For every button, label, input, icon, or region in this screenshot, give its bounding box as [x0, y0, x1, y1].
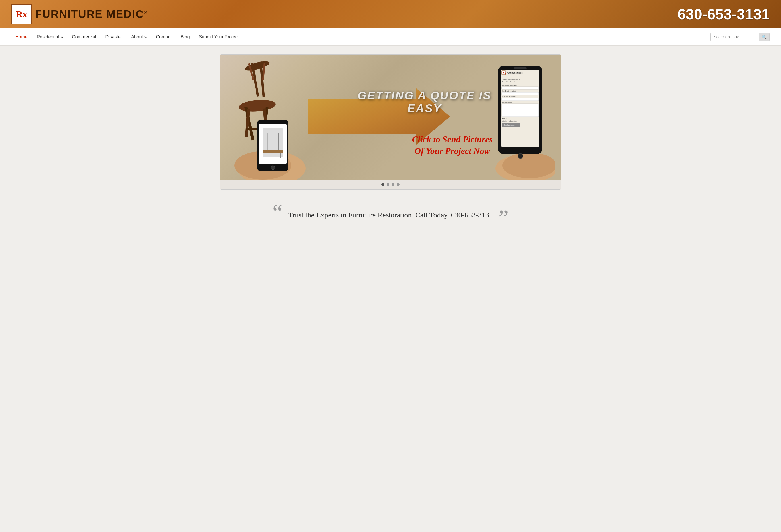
svg-text:Your Message: Your Message [502, 101, 511, 103]
svg-text:Rx: Rx [503, 72, 506, 75]
testimonial-text: Trust the Experts in Furniture Restorati… [288, 211, 493, 219]
svg-rect-21 [263, 150, 283, 153]
svg-point-22 [271, 166, 275, 170]
svg-rect-37 [502, 92, 539, 95]
search-input[interactable] [710, 33, 759, 41]
svg-text:Send a request: Send a request [504, 124, 515, 126]
nav-commercial[interactable]: Commercial [68, 32, 100, 42]
svg-text:Your Email (required): Your Email (required) [502, 90, 517, 92]
phone-right-hand: Rx FURNITURE MEDIC Contact Furniture Med… [487, 60, 561, 179]
hero-slider-section: GETTING A QUOTE IS EASY Click to Send Pi… [0, 46, 781, 198]
svg-text:Enter the symbols above: Enter the symbols above [502, 120, 517, 122]
quote-open: “ [272, 201, 283, 224]
slider-cta[interactable]: Click to Send Pictures Of Your Project N… [412, 134, 493, 157]
navigation: Home Residential » Commercial Disaster A… [0, 29, 781, 45]
brand-name: FURNITURE MEDIC® [35, 8, 148, 21]
svg-text:Contact Furniture Medic by: Contact Furniture Medic by [502, 79, 520, 80]
nav-disaster[interactable]: Disaster [101, 32, 126, 42]
svg-text:MasterCare Experts: MasterCare Experts [502, 81, 516, 83]
slider-container[interactable]: GETTING A QUOTE IS EASY Click to Send Pi… [220, 54, 561, 190]
dot-4[interactable] [397, 183, 400, 186]
dot-2[interactable] [386, 183, 389, 186]
trademark: ® [144, 10, 148, 15]
svg-text:ZIP Code (required): ZIP Code (required) [502, 96, 516, 97]
svg-rect-35 [502, 87, 539, 89]
dot-3[interactable] [392, 183, 395, 186]
site-header: Rx FURNITURE MEDIC® 630-653-3131 [0, 0, 781, 29]
svg-rect-41 [502, 104, 539, 117]
nav-about[interactable]: About » [127, 32, 151, 42]
svg-rect-27 [514, 67, 527, 69]
cta-line2: Of Your Project Now [412, 146, 493, 157]
header-phone[interactable]: 630-653-3131 [677, 6, 770, 23]
quote-close: ” [498, 207, 509, 229]
dot-1[interactable] [381, 183, 384, 186]
svg-text:FURNITURE MEDIC: FURNITURE MEDIC [507, 72, 523, 74]
svg-text:MY S M: MY S M [502, 118, 507, 119]
cta-line1: Click to Send Pictures [412, 134, 493, 145]
nav-home[interactable]: Home [11, 32, 32, 42]
svg-rect-39 [502, 98, 539, 100]
nav-residential[interactable]: Residential » [33, 32, 67, 42]
svg-point-0 [244, 59, 270, 73]
svg-point-24 [502, 153, 555, 178]
svg-text:Your Name (required): Your Name (required) [502, 84, 517, 86]
nav-submit-project[interactable]: Submit Your Project [195, 32, 243, 42]
slider-headline: GETTING A QUOTE IS EASY [339, 89, 509, 115]
search-box: 🔍 [710, 33, 770, 41]
search-button[interactable]: 🔍 [759, 33, 769, 41]
svg-point-46 [518, 154, 523, 159]
slider-image[interactable]: GETTING A QUOTE IS EASY Click to Send Pi… [220, 54, 561, 179]
nav-blog[interactable]: Blog [177, 32, 194, 42]
nav-links: Home Residential » Commercial Disaster A… [11, 32, 243, 42]
nav-contact[interactable]: Contact [152, 32, 175, 42]
testimonial-section: “ Trust the Experts in Furniture Restora… [0, 198, 781, 232]
slider-dots [220, 179, 561, 189]
rx-logo: Rx [11, 4, 32, 25]
logo-area: Rx FURNITURE MEDIC® [11, 4, 148, 25]
phone-left-hand [235, 109, 309, 179]
